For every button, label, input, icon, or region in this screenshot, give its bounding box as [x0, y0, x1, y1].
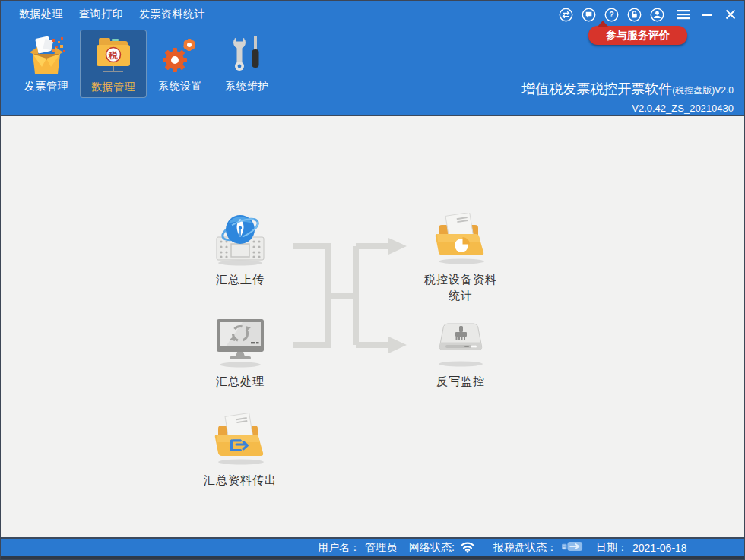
toolbar-item-system-maintenance[interactable]: 系统维护 — [214, 30, 281, 98]
toolbar-item-label: 系统维护 — [225, 80, 269, 93]
username-value: 管理员 — [365, 541, 397, 555]
minimize-button[interactable] — [702, 8, 713, 21]
node-label: 汇总上传 — [179, 271, 301, 287]
node-label-line2: 统计 — [392, 287, 529, 303]
summary-upload-icon — [208, 213, 273, 267]
node-summary-process[interactable]: 汇总处理 — [179, 315, 301, 389]
statusbar-taxdisk: 报税盘状态： — [493, 539, 583, 556]
svg-text:?: ? — [609, 10, 613, 19]
export-folder-icon — [208, 413, 273, 468]
date-label: 日期： — [596, 541, 628, 555]
toolbar-item-label: 数据管理 — [91, 81, 135, 94]
user-icon[interactable] — [649, 7, 665, 23]
toolbar-item-system-settings[interactable]: 系统设置 — [147, 30, 214, 98]
summary-process-icon — [208, 315, 273, 369]
close-button[interactable] — [724, 8, 737, 21]
node-tax-device-stats[interactable]: 税控设备资料 统计 — [392, 213, 529, 303]
hamburger-menu-icon[interactable] — [676, 8, 691, 21]
app-version: V2.0.42_ZS_20210430 — [522, 103, 734, 114]
statusbar-username: 用户名： 管理员 — [318, 539, 397, 556]
app-title-text: 增值税发票税控开票软件 — [522, 81, 672, 96]
date-value: 2021-06-18 — [632, 542, 687, 554]
node-summary-upload[interactable]: 汇总上传 — [179, 213, 301, 287]
node-label: 汇总资料传出 — [179, 472, 301, 488]
invoice-box-icon — [25, 33, 68, 78]
app-title: 增值税发票税控开票软件(税控盘版)V2.0 V2.0.42_ZS_2021043… — [522, 80, 734, 114]
node-label-line1: 税控设备资料 — [392, 271, 529, 287]
menu-data-processing[interactable]: 数据处理 — [19, 8, 63, 21]
menu-invoice-stats[interactable]: 发票资料统计 — [139, 8, 205, 21]
app-window: 数据处理 查询打印 发票资料统计 ? — [0, 0, 745, 560]
taxdisk-label: 报税盘状态： — [493, 541, 557, 555]
tax-disk-icon — [562, 541, 583, 554]
menu-query-print[interactable]: 查询打印 — [79, 8, 123, 21]
window-controls: ? — [558, 1, 737, 28]
service-rating-badge[interactable]: 参与服务评价 — [588, 26, 687, 45]
toolbar-item-invoice-management[interactable]: 发票管理 — [13, 30, 80, 98]
app-title-edition: (税控盘版)V2.0 — [672, 85, 734, 96]
toolbar-item-data-management[interactable]: 税 数据管理 — [80, 30, 147, 98]
main-workspace: 汇总上传 税控设备资料 统计 — [1, 115, 744, 537]
node-writeback-monitor[interactable]: 反写监控 — [400, 315, 522, 389]
statusbar-date: 日期： 2021-06-18 — [596, 539, 687, 556]
statusbar: 用户名： 管理员 网络状态: 报税盘状态： — [1, 537, 744, 556]
service-rating-label: 参与服务评价 — [606, 29, 670, 43]
node-summary-export[interactable]: 汇总资料传出 — [179, 413, 301, 488]
username-label: 用户名： — [318, 541, 360, 555]
lock-icon[interactable] — [626, 7, 642, 23]
stats-folder-icon — [428, 213, 493, 267]
statusbar-network: 网络状态: — [409, 539, 476, 556]
swap-icon[interactable] — [558, 7, 574, 23]
window-bottom-edge — [1, 556, 744, 559]
svg-text:税: 税 — [108, 50, 118, 61]
toolbar-item-label: 发票管理 — [24, 80, 68, 93]
writeback-monitor-icon — [428, 315, 493, 369]
data-folder-icon: 税 — [92, 34, 135, 78]
gears-icon — [159, 33, 201, 78]
menubar: 数据处理 查询打印 发票资料统计 ? — [1, 1, 744, 28]
wrench-screwdriver-icon — [226, 33, 268, 78]
toolbar-item-label: 系统设置 — [158, 80, 202, 93]
feedback-icon[interactable] — [581, 7, 597, 23]
network-label: 网络状态: — [409, 541, 455, 555]
node-label: 反写监控 — [400, 373, 522, 389]
wifi-icon — [459, 540, 476, 555]
node-label: 汇总处理 — [179, 373, 301, 389]
